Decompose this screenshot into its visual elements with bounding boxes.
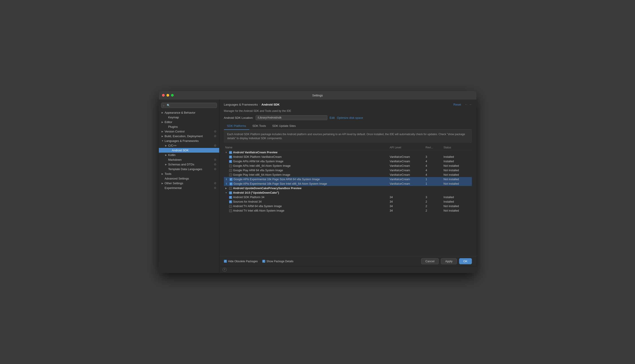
hide-obsolete-checkbox[interactable] [224, 260, 227, 263]
expand-arrow: ▶ [162, 172, 165, 175]
row-label: Google APIs Intel x86_64 Atom System Ima… [233, 164, 290, 168]
sidebar-item-build[interactable]: ▶ Build, Execution, Deployment ⚙ [159, 134, 219, 138]
breadcrumb-separator: › [259, 103, 260, 106]
row-checkbox[interactable] [229, 164, 232, 168]
row-label: Android SDK Platform VanillaIceCream [233, 155, 282, 158]
show-details-option[interactable]: Show Package Details [262, 260, 293, 263]
row-checkbox[interactable] [229, 169, 232, 172]
tab-sdk-tools[interactable]: SDK Tools [249, 123, 269, 130]
expand-arrow: ▶ [162, 182, 165, 184]
table-row[interactable]: ⬇ Google APIs Experimental 16k Page Size… [224, 182, 472, 186]
cancel-button[interactable]: Cancel [421, 258, 439, 264]
sidebar-item-schemas[interactable]: ▶ Schemas and DTDs ⚙ [159, 162, 219, 167]
show-details-checkbox[interactable] [262, 260, 265, 263]
row-revision: 4 [426, 169, 444, 172]
row-checkbox[interactable] [229, 200, 232, 203]
table-row[interactable]: Android TV Intel x86 Atom System Image 3… [224, 208, 472, 213]
sidebar-item-keymap[interactable]: Keymap [159, 115, 219, 120]
row-revision: 2 [426, 205, 444, 208]
row-checkbox[interactable] [229, 178, 232, 181]
table-row[interactable]: ▼ Android 14.0 ("UpsideDownCake") [224, 190, 472, 195]
sidebar-item-label: Experimental [165, 186, 182, 190]
tab-sdk-platforms[interactable]: SDK Platforms [224, 123, 249, 130]
sidebar-item-editor[interactable]: ▶ Editor [159, 120, 219, 124]
table-row[interactable]: Android SDK Platform 34 34 3 Installed [224, 195, 472, 200]
sidebar-item-cpp[interactable]: ▶ C/C++ ⚙ [159, 143, 219, 148]
forward-button[interactable]: → [469, 103, 472, 106]
help-button[interactable]: ? [223, 268, 227, 272]
reset-button[interactable]: Reset [453, 103, 461, 106]
row-label: Google Play Intel x86_64 Atom System Ima… [233, 173, 290, 176]
row-checkbox[interactable] [229, 205, 232, 208]
table-row[interactable]: Google Play Intel x86_64 Atom System Ima… [224, 172, 472, 177]
expand-icon: ▶ [225, 187, 228, 190]
sidebar-item-other[interactable]: ▶ Other Settings ⚙ [159, 181, 219, 186]
table-row[interactable]: ▶ Android UpsideDownCakePrivacySandbox P… [224, 186, 472, 190]
row-checkbox[interactable] [229, 156, 232, 158]
sidebar-item-android-sdk[interactable]: Android SDK [159, 148, 219, 153]
sidebar-item-label: Keymap [168, 116, 179, 119]
sidebar-item-experimental[interactable]: Experimental ⚙ [159, 186, 219, 190]
row-status: Not installed [444, 178, 471, 181]
sdk-path-input[interactable] [255, 115, 327, 120]
row-revision: 4 [426, 160, 444, 163]
sidebar-item-languages[interactable]: ▼ Languages & Frameworks [159, 138, 219, 143]
sidebar-item-label: Version Control [165, 130, 185, 133]
minimize-button[interactable] [166, 94, 169, 96]
row-checkbox[interactable] [229, 192, 232, 194]
row-status: Not installed [444, 209, 471, 212]
table-row[interactable]: Google Play ARM 64 v8a System Image Vani… [224, 168, 472, 172]
footer: ? [219, 266, 476, 273]
row-checkbox[interactable] [229, 209, 232, 212]
optimize-button[interactable]: Optimize disk space [337, 116, 363, 120]
content-header: Languages & Frameworks › Android SDK Res… [219, 100, 476, 106]
apply-button[interactable]: Apply [441, 258, 457, 264]
table-row[interactable]: ⬇ Google APIs Experimental 16k Page Size… [224, 177, 472, 182]
nav-arrows: ← → [465, 103, 472, 106]
sidebar-item-template[interactable]: Template Data Languages ⚙ [159, 167, 219, 172]
row-checkbox[interactable] [229, 160, 232, 163]
maximize-button[interactable] [171, 94, 174, 96]
row-name-cell: Android SDK Platform 34 [225, 196, 390, 199]
settings-icon: ⚙ [214, 144, 216, 147]
row-api: VanillaIceCream [390, 173, 426, 176]
edit-button[interactable]: Edit [330, 116, 335, 120]
sidebar-item-appearance[interactable]: ▶ Appearance & Behavior [159, 110, 219, 115]
row-label: Google APIs Experimental 16k Page Size I… [234, 182, 327, 185]
row-label: Google APIs Experimental 16k Page Size A… [234, 178, 320, 181]
row-checkbox[interactable] [229, 151, 232, 154]
table-row[interactable]: ▼ Android VanillaIceCream Preview [224, 150, 472, 155]
row-revision: 3 [426, 155, 444, 158]
sidebar: ⌕ ▶ Appearance & Behavior Keymap ▶ Edito… [159, 100, 219, 273]
sidebar-item-tools[interactable]: ▶ Tools [159, 172, 219, 176]
table-row[interactable]: Google APIs ARM 64 v8a System Image Vani… [224, 159, 472, 164]
row-checkbox[interactable] [229, 174, 232, 176]
sidebar-item-label: Markdown [168, 158, 182, 162]
table-row[interactable]: Android TV ARM 64 v8a System Image 34 2 … [224, 204, 472, 208]
row-checkbox[interactable] [229, 196, 232, 199]
search-input[interactable] [161, 103, 217, 108]
sidebar-item-markdown[interactable]: Markdown ⚙ [159, 157, 219, 162]
sidebar-item-label: Editor [165, 120, 172, 124]
table-row[interactable]: Android SDK Platform VanillaIceCream Van… [224, 155, 472, 159]
sidebar-item-plugins[interactable]: Plugins [159, 124, 219, 129]
back-button[interactable]: ← [465, 103, 468, 106]
row-checkbox[interactable] [229, 187, 232, 190]
table-row[interactable]: Google APIs Intel x86_64 Atom System Ima… [224, 164, 472, 168]
expand-arrow: ▼ [162, 140, 165, 142]
sidebar-item-version-control[interactable]: ▶ Version Control ⚙ [159, 129, 219, 134]
expand-arrow: ▶ [162, 112, 165, 114]
row-revision: 4 [426, 164, 444, 168]
expand-arrow: ▶ [162, 135, 165, 138]
close-button[interactable] [162, 94, 165, 96]
breadcrumb-current: Android SDK [261, 103, 279, 106]
bottom-bar: Hide Obsolete Packages Show Package Deta… [219, 256, 476, 266]
hide-obsolete-option[interactable]: Hide Obsolete Packages [224, 260, 258, 263]
tab-sdk-update-sites[interactable]: SDK Update Sites [269, 123, 299, 130]
row-checkbox[interactable] [229, 182, 232, 185]
table-row[interactable]: Sources for Android 34 34 2 Installed [224, 200, 472, 204]
sidebar-item-advanced[interactable]: Advanced Settings [159, 176, 219, 181]
ok-button[interactable]: OK [459, 258, 472, 264]
sidebar-item-kotlin[interactable]: ▶ Kotlin [159, 153, 219, 157]
row-label: Sources for Android 34 [233, 200, 262, 203]
